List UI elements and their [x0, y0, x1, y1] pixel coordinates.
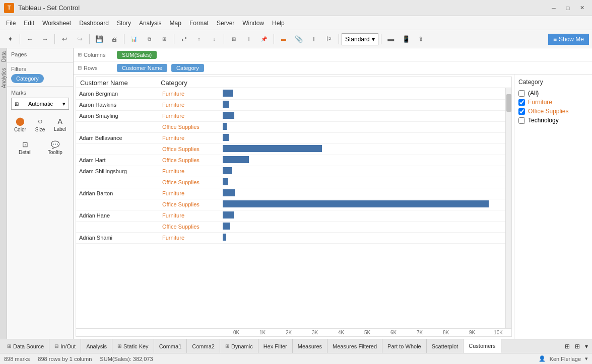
toolbar-color-line[interactable]: ▬	[277, 33, 291, 46]
toolbar-sort-desc[interactable]: ↓	[207, 33, 221, 46]
toolbar-redo[interactable]: ↪	[73, 33, 87, 46]
customer-name-cell: Adrian Barton	[76, 188, 159, 199]
status-tab-comma2[interactable]: Comma2	[187, 339, 220, 353]
office-supplies-checkbox[interactable]	[518, 108, 525, 115]
status-tab-part-to-whole[interactable]: Part to Whole	[382, 339, 427, 353]
show-me-button[interactable]: ≡ Show Me	[548, 34, 589, 45]
rows-pill-customer[interactable]: Customer Name	[117, 64, 167, 72]
status-tab-comma1[interactable]: Comma1	[154, 339, 187, 353]
furniture-checkbox[interactable]	[518, 99, 525, 106]
label-mark-btn[interactable]: A Label	[51, 114, 69, 135]
status-tab-data-source[interactable]: ⊞Data Source	[2, 339, 49, 353]
color-label: Color	[14, 127, 26, 132]
status-tab-dynamic[interactable]: ⊞Dynamic	[220, 339, 258, 353]
menu-story[interactable]: Story	[113, 18, 135, 29]
table-row: Adam ShillingsburgFurniture	[76, 166, 505, 177]
toolbar-phone[interactable]: 📱	[399, 33, 413, 46]
tooltip-mark-btn[interactable]: 💬 Tooltip	[41, 138, 70, 158]
table-row: Office Supplies	[76, 177, 505, 188]
toolbar-new-ds[interactable]: 📊	[127, 33, 141, 46]
menu-worksheet[interactable]: Worksheet	[38, 18, 75, 29]
status-bar-control[interactable]: ⊞	[573, 342, 582, 351]
toolbar-print[interactable]: 🖨	[107, 33, 121, 46]
toolbar-save[interactable]: 💾	[92, 33, 106, 46]
minimize-button[interactable]: ─	[548, 4, 560, 13]
status-tab-static-key[interactable]: ⊞Static Key	[112, 339, 154, 353]
toolbar-dup[interactable]: ⧉	[142, 33, 156, 46]
status-tab-measures[interactable]: Measures	[293, 339, 327, 353]
status-bar-control[interactable]: ⊞	[563, 342, 572, 351]
chart-scroll-area[interactable]: Aaron BergmanFurnitureAaron HawkinsFurni…	[76, 88, 505, 328]
category-cell: Office Supplies	[159, 177, 220, 188]
status-tab-hex-filter[interactable]: Hex Filter	[258, 339, 293, 353]
toolbar-undo[interactable]: ↩	[57, 33, 72, 46]
toolbar-group[interactable]: ⊞	[227, 33, 241, 46]
menu-analysis[interactable]: Analysis	[135, 18, 166, 29]
menu-map[interactable]: Map	[166, 18, 185, 29]
toolbar-bars[interactable]: ▬	[384, 33, 398, 46]
furniture-checkbox-item[interactable]: Furniture	[518, 99, 588, 106]
data-tab[interactable]: Data	[0, 48, 7, 65]
bar-header-spacer	[226, 79, 511, 87]
bar-cell	[220, 121, 505, 132]
category-cell: Furniture	[159, 99, 220, 110]
category-cell: Office Supplies	[159, 121, 220, 132]
color-mark-btn[interactable]: ⬤ Color	[11, 114, 29, 135]
toolbar-paperclip[interactable]: 📎	[292, 33, 306, 46]
toolbar-sort-asc[interactable]: ↑	[192, 33, 206, 46]
menu-server[interactable]: Server	[213, 18, 238, 29]
office-supplies-checkbox-item[interactable]: Office Supplies	[518, 108, 588, 115]
menu-format[interactable]: Format	[185, 18, 213, 29]
toolbar-compass[interactable]: ✦	[3, 33, 17, 46]
analytics-tab[interactable]: Analytics	[0, 65, 7, 91]
rows-pill-category[interactable]: Category	[171, 64, 204, 72]
status-bar-control[interactable]: ▾	[583, 342, 590, 351]
status-tab-measures-filtered[interactable]: Measures Filtered	[327, 339, 382, 353]
tab-icon: ⊞	[117, 343, 121, 349]
title-text: Tableau - Set Control	[18, 4, 80, 12]
chart-outer: Customer Name Category Aaron BergmanFurn…	[74, 75, 592, 339]
show-me-label: Show Me	[559, 36, 584, 43]
category-filter-chip[interactable]: Category	[11, 74, 44, 83]
technology-checkbox-item[interactable]: Technology	[518, 117, 588, 124]
columns-pill[interactable]: SUM(Sales)	[117, 51, 157, 59]
menu-window[interactable]: Window	[238, 18, 268, 29]
size-mark-btn[interactable]: ○ Size	[31, 114, 49, 135]
bar	[223, 223, 230, 230]
toolbar-text[interactable]: T	[307, 33, 321, 46]
bar-cell	[220, 110, 505, 121]
menu-dashboard[interactable]: Dashboard	[75, 18, 113, 29]
toolbar-pin[interactable]: 📌	[257, 33, 271, 46]
toolbar-label[interactable]: T	[242, 33, 256, 46]
bar-cell	[220, 143, 505, 155]
bar	[223, 234, 226, 241]
label-label: Label	[54, 126, 66, 132]
all-checkbox[interactable]	[518, 90, 525, 97]
status-tab-scatterplot[interactable]: Scatterplot	[427, 339, 464, 353]
menu-file[interactable]: File	[2, 18, 20, 29]
toolbar-forward[interactable]: →	[38, 33, 52, 46]
customer-name-cell: Aaron Hawkins	[76, 99, 159, 110]
all-checkbox-item[interactable]: (All)	[518, 90, 588, 97]
toolbar-swap[interactable]: ⇄	[177, 33, 191, 46]
status-tab-analysis[interactable]: Analysis	[81, 339, 112, 353]
axis-label: 4K	[328, 330, 354, 335]
menu-edit[interactable]: Edit	[20, 18, 38, 29]
toolbar-back[interactable]: ←	[23, 33, 37, 46]
maximize-button[interactable]: □	[562, 4, 574, 13]
toolbar-share[interactable]: ⇪	[414, 33, 428, 46]
detail-mark-btn[interactable]: ⊡ Detail	[11, 138, 39, 158]
toolbar-more[interactable]: ⊞	[157, 33, 171, 46]
dropdown-arrow[interactable]: ▾	[585, 355, 588, 362]
customer-name-cell	[76, 177, 159, 188]
toolbar-flag[interactable]: 🏳	[322, 33, 336, 46]
status-tab-in/out[interactable]: ⊟In/Out	[49, 339, 81, 353]
scrollbar[interactable]	[505, 88, 511, 328]
close-button[interactable]: ✕	[576, 4, 588, 13]
menu-help[interactable]: Help	[268, 18, 289, 29]
marks-type-dropdown[interactable]: ⊞ Automatic ▾	[11, 98, 69, 110]
technology-checkbox[interactable]	[518, 117, 525, 124]
axis-label: 2K	[276, 330, 302, 335]
status-tab-customers[interactable]: Customers	[464, 339, 501, 353]
toolbar-standard-dropdown[interactable]: Standard ▾	[342, 33, 378, 45]
